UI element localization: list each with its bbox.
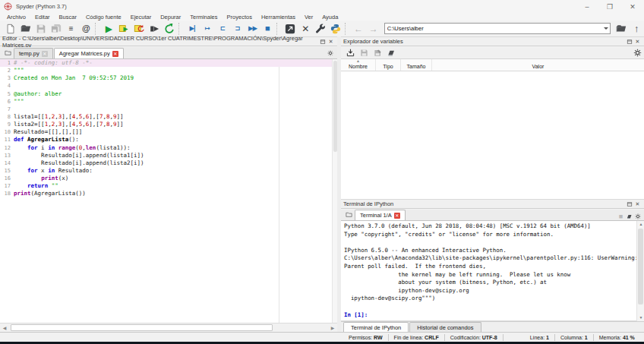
scroll-up-icon[interactable]: ▲ xyxy=(637,221,644,228)
close-tab-icon[interactable]: ✕ xyxy=(112,51,118,57)
code-line[interactable]: 5@author: alber xyxy=(0,90,332,98)
console-tab[interactable]: Terminal 1/A ✕ xyxy=(355,210,406,220)
code-line[interactable]: 13 Resultado[i].append(lista1[i]) xyxy=(0,152,332,159)
debug-button[interactable]: ▶| xyxy=(185,22,200,36)
run-button[interactable]: ▶ xyxy=(101,22,116,36)
code-line[interactable]: 16 print(x) xyxy=(0,175,332,182)
editor-options-gear-icon[interactable] xyxy=(326,49,334,57)
code-line[interactable]: 4 xyxy=(0,82,332,90)
close-tab-icon[interactable]: ✕ xyxy=(394,213,400,219)
menu-editar[interactable]: Editar xyxy=(30,14,55,21)
editor-horizontal-scrollbar[interactable]: ◀ ▶ xyxy=(0,323,337,332)
forward-button[interactable]: → xyxy=(366,22,381,36)
code-line[interactable]: 10Resultado=[[],[],[]] xyxy=(0,128,332,136)
close-tab-icon[interactable]: ✕ xyxy=(42,51,48,57)
back-button[interactable]: ← xyxy=(351,22,366,36)
save-all-button[interactable] xyxy=(49,22,64,36)
python-env-button[interactable] xyxy=(328,22,343,36)
fullscreen-button[interactable]: ✕ xyxy=(298,22,313,36)
new-file-button[interactable] xyxy=(3,22,18,36)
code-line[interactable]: 18print(AgregarLista()) xyxy=(0,190,332,197)
menu-ver[interactable]: Ver xyxy=(300,14,317,21)
maximize-button[interactable]: ❐ xyxy=(598,0,621,13)
rerun-cell-button[interactable] xyxy=(131,22,147,36)
browse-tabs-icon[interactable] xyxy=(2,48,14,58)
code-line[interactable]: 14 Resultado[i].append(lista2[i]) xyxy=(0,159,332,167)
code-line[interactable]: 11def AgregarLista(): xyxy=(0,136,332,144)
minimize-button[interactable]: – xyxy=(576,0,598,13)
menu-terminales[interactable]: Terminales xyxy=(185,14,222,21)
menu-proyectos[interactable]: Proyectos xyxy=(223,14,257,21)
menu-archivo[interactable]: Archivo xyxy=(2,14,30,21)
scroll-right-icon[interactable]: ▶ xyxy=(328,324,337,332)
editor-tab-agregar-matrices-py[interactable]: Agregar Matrices.py✕ xyxy=(54,48,124,58)
undock-icon[interactable] xyxy=(319,38,327,46)
debug-step-out-button[interactable]: ⊐ xyxy=(230,22,245,36)
console-scrollbar[interactable]: ▲ ▼ xyxy=(636,221,644,321)
remove-variables-button[interactable] xyxy=(384,48,398,58)
pane-tab-terminal-de-ipython[interactable]: Terminal de IPython xyxy=(343,322,409,332)
import-data-button[interactable] xyxy=(343,48,357,58)
code-line[interactable]: 17 return "" xyxy=(0,182,332,190)
code-line[interactable]: 8lista1=[[1,2,3],[4,5,6],[7,8,9]] xyxy=(0,113,332,121)
working-directory-input[interactable] xyxy=(385,25,602,32)
editor-vertical-scrollbar[interactable] xyxy=(332,59,337,323)
editor-tab-temp-py[interactable]: temp.py✕ xyxy=(14,48,53,58)
open-file-button[interactable] xyxy=(18,22,33,36)
debug-step-button[interactable]: ↦ xyxy=(200,22,215,36)
column-header-nombre[interactable]: ▲Nombre xyxy=(341,59,376,71)
menu-ejecutar[interactable]: Ejecutar xyxy=(126,14,156,21)
clear-console-icon[interactable] xyxy=(625,213,633,220)
rerun-script-button[interactable] xyxy=(162,22,177,36)
code-line[interactable]: 15 for x in Resultado: xyxy=(0,167,332,175)
scrollbar-thumb[interactable] xyxy=(11,324,273,331)
menu-ayuda[interactable]: Ayuda xyxy=(317,14,343,21)
scrollbar-thumb[interactable] xyxy=(638,229,643,305)
symbol-finder-button[interactable]: @ xyxy=(79,22,94,36)
parent-directory-button[interactable]: ↑ xyxy=(629,22,644,36)
menu-codigo-fuente[interactable]: Código fuente xyxy=(81,14,126,21)
close-pane-icon[interactable]: ✕ xyxy=(633,38,642,46)
variable-options-gear-icon[interactable] xyxy=(633,49,642,57)
maximize-pane-button[interactable] xyxy=(283,22,298,36)
undock-icon[interactable] xyxy=(625,200,633,208)
column-header-tamano[interactable]: Tamaño xyxy=(401,59,432,71)
code-line[interactable]: 2""" xyxy=(0,67,332,74)
save-data-as-button[interactable] xyxy=(371,48,384,58)
menu-buscar[interactable]: Buscar xyxy=(55,14,81,21)
working-directory-combo[interactable] xyxy=(384,23,611,34)
debug-stop-button[interactable]: ■ xyxy=(260,22,275,36)
console-options-gear-icon[interactable] xyxy=(633,213,642,220)
browse-directory-button[interactable] xyxy=(614,22,629,36)
interrupt-kernel-icon[interactable]: ■ xyxy=(617,213,625,220)
combo-dropdown-icon[interactable] xyxy=(601,24,610,33)
run-cell-button[interactable] xyxy=(116,22,131,36)
code-line[interactable]: 1# -*- coding: utf-8 -*- xyxy=(0,59,332,67)
close-pane-icon[interactable]: ✕ xyxy=(633,200,642,208)
code-line[interactable]: 9lista2=[[1,2,3],[4,5,6],[7,8,9]] xyxy=(0,121,332,128)
close-pane-icon[interactable]: ✕ xyxy=(327,38,335,46)
save-button[interactable] xyxy=(33,22,49,36)
debug-step-into-button[interactable]: ⊏ xyxy=(215,22,230,36)
pane-tab-historial-de-comandos[interactable]: Historial de comandos xyxy=(409,322,481,332)
variable-table-body[interactable] xyxy=(341,71,644,199)
column-header-valor[interactable]: Valor xyxy=(432,59,644,71)
ipython-console[interactable]: Python 3.7.0 (default, Jun 28 2018, 08:0… xyxy=(341,221,636,321)
code-line[interactable]: 6""" xyxy=(0,98,332,106)
scroll-left-icon[interactable]: ◀ xyxy=(0,324,9,332)
code-line[interactable]: 3Created on Mon Jan 7 09:52:57 2019 xyxy=(0,74,332,82)
close-button[interactable]: ✕ xyxy=(621,0,644,13)
undock-icon[interactable] xyxy=(625,38,633,46)
run-selection-button[interactable] xyxy=(147,22,162,36)
debug-continue-button[interactable]: ▶▶ xyxy=(245,22,260,36)
scroll-down-icon[interactable]: ▼ xyxy=(637,314,644,321)
code-line[interactable]: 7 xyxy=(0,106,332,113)
code-line[interactable]: 12 for i in range(0,len(lista1)): xyxy=(0,144,332,152)
browse-tabs-icon[interactable] xyxy=(343,210,355,219)
menu-herramientas[interactable]: Herramientas xyxy=(257,14,300,21)
file-switcher-button[interactable]: ≡ xyxy=(64,22,79,36)
column-header-tipo[interactable]: Tipo xyxy=(376,59,401,71)
menu-depurar[interactable]: Depurar xyxy=(156,14,185,21)
code-editor[interactable]: 1# -*- coding: utf-8 -*-2"""3Created on … xyxy=(0,59,332,323)
preferences-button[interactable] xyxy=(313,22,328,36)
